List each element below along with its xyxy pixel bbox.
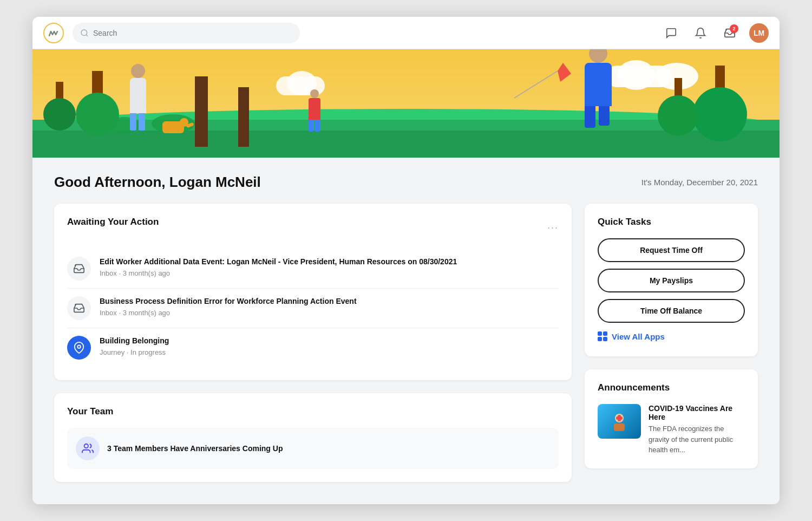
figure-child bbox=[309, 98, 320, 132]
cloud-2 bbox=[617, 60, 655, 90]
avatar[interactable]: LM bbox=[749, 23, 769, 43]
team-title: Your Team bbox=[67, 406, 559, 417]
svg-marker-2 bbox=[558, 63, 571, 82]
action-sub-2: Inbox · 3 month(s) ago bbox=[100, 309, 559, 317]
card-menu-button[interactable]: ··· bbox=[547, 222, 559, 233]
team-item[interactable]: 3 Team Members Have Anniversaries Coming… bbox=[67, 428, 559, 469]
left-column: Awaiting Your Action ··· Edit Worker bbox=[54, 204, 572, 482]
svg-point-3 bbox=[77, 345, 81, 348]
announcements-card: Announcements bbox=[585, 369, 758, 468]
location-icon bbox=[73, 342, 85, 354]
search-input[interactable] bbox=[93, 29, 292, 37]
action-title-3: Building Belonging bbox=[100, 336, 559, 347]
view-all-apps-link[interactable]: View All Apps bbox=[598, 329, 745, 343]
action-item-1[interactable]: Edit Worker Additional Data Event: Logan… bbox=[67, 249, 559, 289]
team-item-text: 3 Team Members Have Anniversaries Coming… bbox=[107, 444, 283, 453]
tree-center-1 bbox=[195, 76, 208, 147]
action-text-1: Edit Worker Additional Data Event: Logan… bbox=[100, 257, 559, 277]
logo[interactable] bbox=[43, 23, 64, 43]
announcement-image bbox=[598, 404, 641, 439]
inbox-action-icon bbox=[73, 263, 85, 275]
awaiting-action-title: Awaiting Your Action bbox=[67, 217, 159, 227]
team-card: Your Team 3 Team Members Have Anniversar… bbox=[54, 393, 572, 482]
action-icon-inbox-2 bbox=[67, 296, 91, 320]
card-header: Awaiting Your Action ··· bbox=[67, 217, 559, 238]
svg-point-4 bbox=[84, 444, 88, 448]
svg-rect-8 bbox=[616, 416, 623, 420]
tree-left-2 bbox=[43, 82, 76, 131]
bell-icon bbox=[695, 27, 706, 39]
view-all-apps-label: View All Apps bbox=[612, 332, 665, 341]
right-column: Quick Tasks Request Time Off My Payslips… bbox=[585, 204, 758, 482]
inbox-action-icon-2 bbox=[73, 302, 85, 314]
tree-center-2 bbox=[238, 87, 249, 147]
my-payslips-button[interactable]: My Payslips bbox=[598, 269, 745, 292]
kite bbox=[509, 60, 574, 103]
svg-rect-6 bbox=[614, 424, 625, 431]
announcements-title: Announcements bbox=[598, 382, 745, 393]
medical-icon bbox=[608, 411, 630, 432]
greeting-text: Good Afternoon, Logan McNeil bbox=[54, 174, 261, 191]
greeting-row: Good Afternoon, Logan McNeil It's Monday… bbox=[54, 174, 758, 191]
awaiting-action-card: Awaiting Your Action ··· Edit Worker bbox=[54, 204, 572, 380]
grid-icon bbox=[598, 331, 607, 341]
team-icon bbox=[76, 437, 100, 460]
tree-right-1 bbox=[693, 66, 747, 141]
action-icon-inbox-1 bbox=[67, 257, 91, 281]
announcement-text: COVID-19 Vaccines Are Here The FDA recog… bbox=[649, 404, 745, 455]
content-grid: Awaiting Your Action ··· Edit Worker bbox=[54, 204, 758, 482]
action-item-2[interactable]: Business Process Definition Error for Wo… bbox=[67, 289, 559, 328]
bell-button[interactable] bbox=[691, 23, 710, 43]
top-navigation: 2 LM bbox=[32, 17, 780, 49]
time-off-balance-button[interactable]: Time Off Balance bbox=[598, 299, 745, 323]
announcement-item[interactable]: COVID-19 Vaccines Are Here The FDA recog… bbox=[598, 404, 745, 455]
announcement-body: The FDA recognizes the gravity of the cu… bbox=[649, 424, 745, 455]
svg-line-1 bbox=[514, 71, 558, 98]
tree-right-2 bbox=[658, 78, 698, 136]
inbox-badge: 2 bbox=[730, 24, 738, 33]
figure-dog bbox=[162, 121, 184, 133]
action-title-2: Business Process Definition Error for Wo… bbox=[100, 296, 559, 307]
action-icon-location bbox=[67, 336, 91, 360]
search-bar[interactable] bbox=[73, 23, 300, 43]
figure-woman bbox=[130, 78, 146, 131]
action-text-2: Business Process Definition Error for Wo… bbox=[100, 296, 559, 317]
search-icon bbox=[80, 29, 89, 37]
action-sub-1: Inbox · 3 month(s) ago bbox=[100, 269, 559, 277]
quick-tasks-card: Quick Tasks Request Time Off My Payslips… bbox=[585, 204, 758, 356]
action-text-3: Building Belonging Journey · In progress bbox=[100, 336, 559, 356]
chat-button[interactable] bbox=[662, 23, 681, 43]
request-time-off-button[interactable]: Request Time Off bbox=[598, 238, 745, 262]
people-icon bbox=[82, 442, 94, 454]
date-text: It's Monday, December 20, 2021 bbox=[641, 178, 758, 187]
chat-icon bbox=[665, 27, 677, 39]
main-content: Good Afternoon, Logan McNeil It's Monday… bbox=[32, 158, 780, 504]
action-title-1: Edit Worker Additional Data Event: Logan… bbox=[100, 257, 559, 268]
figure-man bbox=[585, 63, 612, 128]
app-window: 2 LM bbox=[32, 17, 780, 504]
workday-logo bbox=[43, 23, 64, 43]
announcement-title: COVID-19 Vaccines Are Here bbox=[649, 404, 745, 421]
nav-icons: 2 LM bbox=[662, 23, 769, 43]
inbox-button[interactable]: 2 bbox=[720, 23, 739, 43]
action-item-3[interactable]: Building Belonging Journey · In progress bbox=[67, 328, 559, 367]
svg-point-0 bbox=[81, 30, 87, 36]
hero-banner bbox=[32, 49, 780, 158]
quick-tasks-title: Quick Tasks bbox=[598, 217, 745, 227]
action-sub-3: Journey · In progress bbox=[100, 348, 559, 356]
